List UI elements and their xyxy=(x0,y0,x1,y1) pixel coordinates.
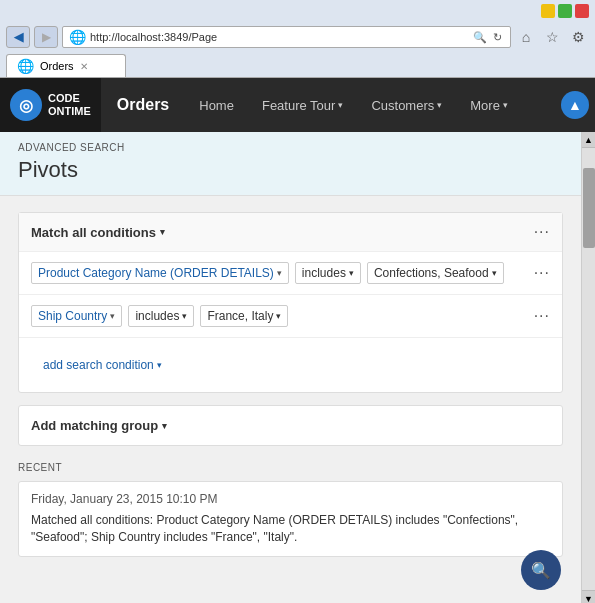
add-search-condition-btn[interactable]: add search condition ▾ xyxy=(31,348,174,382)
condition-1-field[interactable]: Product Category Name (ORDER DETAILS) ▾ xyxy=(31,262,289,284)
gear-icon[interactable]: ⚙ xyxy=(567,26,589,48)
condition-1-val-caret: ▾ xyxy=(492,268,497,278)
scroll-thumb[interactable] xyxy=(583,168,595,248)
condition-row-1: Product Category Name (ORDER DETAILS) ▾ … xyxy=(19,252,562,295)
add-group-caret: ▾ xyxy=(162,421,167,431)
condition-1-op-caret: ▾ xyxy=(349,268,354,278)
app-logo: ◎ CODE ONTIME xyxy=(0,78,101,132)
match-header-label: Match all conditions xyxy=(31,225,156,240)
home-icon[interactable]: ⌂ xyxy=(515,26,537,48)
star-icon[interactable]: ☆ xyxy=(541,26,563,48)
add-group-button[interactable]: Add matching group ▾ xyxy=(31,418,550,433)
address-bar[interactable]: 🌐 http://localhost:3849/Page 🔍 ↻ xyxy=(62,26,511,48)
page-title: Pivots xyxy=(18,157,563,183)
address-actions: 🔍 ↻ xyxy=(471,31,504,44)
content-wrapper: ADVANCED SEARCH Pivots Match all conditi… xyxy=(0,132,595,603)
recent-section: RECENT Friday, January 23, 2015 10:10 PM… xyxy=(0,462,581,573)
condition-2-val-caret: ▾ xyxy=(276,311,281,321)
close-btn[interactable] xyxy=(575,4,589,18)
back-button[interactable]: ◀ xyxy=(6,26,30,48)
add-condition-caret: ▾ xyxy=(157,360,162,370)
nav-item-feature-tour[interactable]: Feature Tour ▾ xyxy=(248,78,357,132)
condition-2-op-caret: ▾ xyxy=(182,311,187,321)
browser-tab-orders[interactable]: 🌐 Orders ✕ xyxy=(6,54,126,77)
logo-text: CODE ONTIME xyxy=(48,92,91,118)
condition-1-operator[interactable]: includes ▾ xyxy=(295,262,361,284)
tab-bar: 🌐 Orders ✕ xyxy=(0,52,595,77)
add-matching-group: Add matching group ▾ xyxy=(18,405,563,446)
match-header-caret: ▾ xyxy=(160,227,165,237)
condition-2-more-btn[interactable]: ··· xyxy=(534,307,550,325)
match-header-toggle[interactable]: Match all conditions ▾ xyxy=(31,225,165,240)
recent-text: Matched all conditions: Product Category… xyxy=(31,512,550,546)
feature-tour-caret: ▾ xyxy=(338,100,343,110)
window-controls xyxy=(541,4,589,18)
tab-ie-icon: 🌐 xyxy=(17,58,34,74)
condition-group-header: Match all conditions ▾ ··· xyxy=(19,213,562,252)
browser-toolbar: ◀ ▶ 🌐 http://localhost:3849/Page 🔍 ↻ ⌂ ☆… xyxy=(0,22,595,52)
forward-button[interactable]: ▶ xyxy=(34,26,58,48)
scrollbar: ▲ ▼ xyxy=(581,132,595,603)
search-panel: Match all conditions ▾ ··· Product Categ… xyxy=(0,196,581,462)
nav-item-more[interactable]: More ▾ xyxy=(456,78,522,132)
browser-titlebar xyxy=(0,0,595,22)
recent-card: Friday, January 23, 2015 10:10 PM Matche… xyxy=(18,481,563,557)
condition-2-value[interactable]: France, Italy ▾ xyxy=(200,305,288,327)
match-conditions-group: Match all conditions ▾ ··· Product Categ… xyxy=(18,212,563,393)
app-title: Orders xyxy=(101,96,185,114)
condition-2-field-caret: ▾ xyxy=(110,311,115,321)
nav-items: Home Feature Tour ▾ Customers ▾ More ▾ xyxy=(185,78,522,132)
customers-caret: ▾ xyxy=(437,100,442,110)
minimize-btn[interactable] xyxy=(541,4,555,18)
page-header: ADVANCED SEARCH Pivots xyxy=(0,132,581,196)
main-content: ADVANCED SEARCH Pivots Match all conditi… xyxy=(0,132,581,603)
scroll-track xyxy=(582,148,595,590)
browser-ie-icon: 🌐 xyxy=(69,29,86,45)
search-addr-btn[interactable]: 🔍 xyxy=(471,31,489,44)
search-fab-button[interactable]: 🔍 xyxy=(521,550,561,590)
maximize-btn[interactable] xyxy=(558,4,572,18)
app-nav: ◎ CODE ONTIME Orders Home Feature Tour ▾… xyxy=(0,78,595,132)
condition-1-field-caret: ▾ xyxy=(277,268,282,278)
add-condition-row: add search condition ▾ xyxy=(19,338,562,392)
match-group-more-btn[interactable]: ··· xyxy=(534,223,550,241)
recent-date: Friday, January 23, 2015 10:10 PM xyxy=(31,492,550,506)
refresh-addr-btn[interactable]: ↻ xyxy=(491,31,504,44)
recent-label: RECENT xyxy=(18,462,563,473)
condition-2-field[interactable]: Ship Country ▾ xyxy=(31,305,122,327)
tab-close-btn[interactable]: ✕ xyxy=(80,61,88,72)
address-text: http://localhost:3849/Page xyxy=(90,31,467,43)
condition-row-2: Ship Country ▾ includes ▾ France, Italy … xyxy=(19,295,562,338)
tab-title: Orders xyxy=(40,60,74,72)
condition-1-value[interactable]: Confections, Seafood ▾ xyxy=(367,262,504,284)
scroll-down-btn[interactable]: ▼ xyxy=(582,590,596,603)
nav-up-button[interactable]: ▲ xyxy=(561,91,589,119)
scroll-up-btn[interactable]: ▲ xyxy=(582,132,596,148)
browser-chrome: ◀ ▶ 🌐 http://localhost:3849/Page 🔍 ↻ ⌂ ☆… xyxy=(0,0,595,78)
nav-item-customers[interactable]: Customers ▾ xyxy=(357,78,456,132)
nav-item-home[interactable]: Home xyxy=(185,78,248,132)
condition-2-operator[interactable]: includes ▾ xyxy=(128,305,194,327)
logo-icon: ◎ xyxy=(10,89,42,121)
advanced-search-label: ADVANCED SEARCH xyxy=(18,142,563,153)
condition-1-more-btn[interactable]: ··· xyxy=(534,264,550,282)
more-caret: ▾ xyxy=(503,100,508,110)
